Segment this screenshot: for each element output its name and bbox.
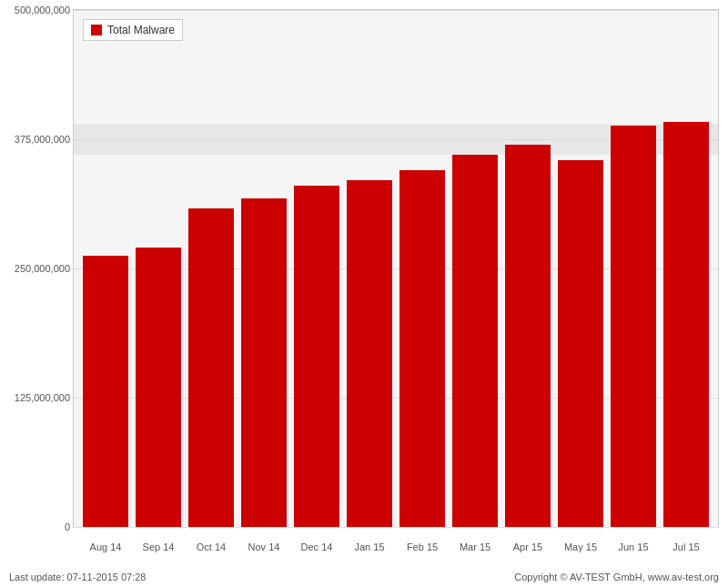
- x-axis-label: Dec 14: [294, 541, 339, 552]
- bar-group: [611, 10, 656, 527]
- bar-group: [136, 10, 181, 527]
- chart-container: Total Malware 500,000,000375,000,000250,…: [0, 0, 728, 587]
- bar: [188, 208, 234, 527]
- x-axis-label: May 15: [558, 541, 603, 552]
- x-axis-label: Aug 14: [83, 541, 128, 552]
- bar-group: [558, 10, 603, 527]
- footer-left: Last update: 07-11-2015 07:28: [9, 572, 146, 582]
- bar: [136, 248, 181, 527]
- y-axis-label: 375,000,000: [8, 134, 70, 145]
- bar: [241, 198, 287, 527]
- bar-group: [347, 10, 392, 527]
- bar: [505, 145, 551, 527]
- footer-right: Copyright © AV-TEST GmbH, www.av-test.or…: [514, 572, 719, 582]
- x-axis-label: Jun 15: [611, 541, 656, 552]
- legend-label: Total Malware: [107, 24, 175, 36]
- bar: [83, 256, 128, 527]
- legend: Total Malware: [83, 19, 183, 41]
- bar: [663, 122, 709, 527]
- bar-group: [294, 10, 339, 527]
- x-axis-label: Jul 15: [663, 541, 709, 552]
- bar: [294, 186, 339, 527]
- x-axis-label: Jan 15: [347, 541, 392, 552]
- x-axis-label: Oct 14: [188, 541, 234, 552]
- bar-group: [399, 10, 445, 527]
- bar: [558, 160, 603, 527]
- x-axis-label: Nov 14: [241, 541, 287, 552]
- x-axis-label: Apr 15: [505, 541, 551, 552]
- y-axis-label: 250,000,000: [8, 263, 70, 274]
- bar: [399, 170, 445, 527]
- bar: [611, 126, 656, 527]
- y-axis-label: 500,000,000: [8, 5, 70, 15]
- chart-area: Total Malware 500,000,000375,000,000250,…: [73, 9, 719, 528]
- bar: [347, 180, 392, 527]
- bar-group: [83, 10, 128, 527]
- grid-line: [74, 527, 718, 528]
- chart-footer: Last update: 07-11-2015 07:28 Copyright …: [9, 572, 719, 582]
- bars-container: [74, 10, 718, 527]
- bar-group: [188, 10, 234, 527]
- x-axis-label: Mar 15: [452, 541, 498, 552]
- legend-color-box: [91, 25, 102, 35]
- y-axis-label: 125,000,000: [8, 392, 70, 403]
- bar-group: [663, 10, 709, 527]
- bar: [452, 155, 498, 527]
- bar-group: [452, 10, 498, 527]
- bar-group: [241, 10, 287, 527]
- x-axis-label: Sep 14: [136, 541, 181, 552]
- bar-group: [505, 10, 551, 527]
- x-labels: Aug 14Sep 14Oct 14Nov 14Dec 14Jan 15Feb …: [74, 541, 718, 552]
- y-axis-label: 0: [8, 521, 70, 532]
- x-axis-label: Feb 15: [399, 541, 445, 552]
